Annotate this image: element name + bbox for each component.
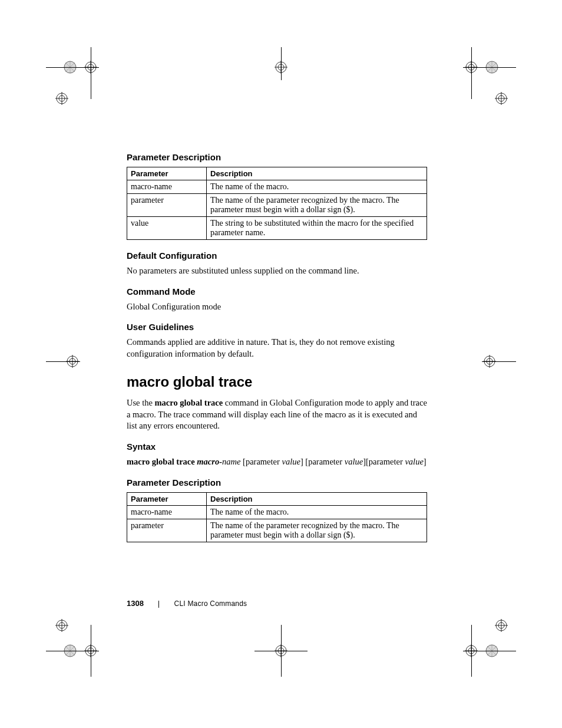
table-row: macro-name The name of the macro. — [127, 180, 427, 194]
table-cell: The name of the parameter recognized by … — [207, 194, 427, 217]
registration-mark-icon — [84, 61, 97, 74]
corner-mark-icon — [485, 644, 498, 657]
crop-line — [463, 67, 516, 68]
crop-line — [254, 651, 308, 651]
table-cell: parameter — [127, 519, 207, 542]
crop-line — [463, 651, 516, 651]
syntax-keyword: macro global trace — [127, 457, 197, 466]
table-cell: value — [127, 217, 207, 240]
crop-line — [471, 47, 472, 99]
table-header-row: Parameter Description — [127, 167, 427, 180]
crop-line — [46, 651, 99, 651]
syntax-param: name — [222, 457, 240, 466]
chapter-name: CLI Macro Commands — [174, 599, 247, 608]
registration-mark-icon — [55, 92, 68, 105]
parameter-table-2: Parameter Description macro-name The nam… — [127, 492, 427, 542]
table-cell: The name of the parameter recognized by … — [207, 519, 427, 542]
syntax-param: value — [345, 457, 363, 466]
syntax-text: [parameter — [240, 457, 282, 466]
registration-mark-icon — [84, 644, 97, 657]
heading-command-mode: Command Mode — [127, 286, 427, 297]
syntax-param: macro- — [197, 457, 222, 466]
registration-mark-icon — [495, 619, 508, 632]
table-cell: The name of the macro. — [207, 505, 427, 519]
crop-line — [91, 625, 91, 677]
crop-line — [281, 625, 282, 677]
registration-mark-icon — [495, 92, 508, 105]
heading-parameter-description-2: Parameter Description — [127, 477, 427, 487]
table-header: Parameter — [127, 492, 207, 505]
table-cell: macro-name — [127, 180, 207, 194]
heading-syntax: Syntax — [127, 442, 427, 452]
crop-line — [281, 47, 282, 80]
table-header-row: Parameter Description — [127, 492, 427, 505]
registration-mark-icon — [55, 619, 68, 632]
table-header: Description — [207, 167, 427, 180]
table-cell: macro-name — [127, 505, 207, 519]
registration-mark-icon — [66, 355, 79, 368]
table-row: macro-name The name of the macro. — [127, 505, 427, 519]
crop-line — [471, 625, 472, 677]
body-text: Use the macro global trace command in Gl… — [127, 397, 427, 432]
heading-user-guidelines: User Guidelines — [127, 322, 427, 332]
heading-default-configuration: Default Configuration — [127, 251, 427, 261]
syntax-param: value — [282, 457, 300, 466]
syntax-param: value — [405, 457, 423, 466]
table-header: Description — [207, 492, 427, 505]
body-text: Global Configuration mode — [127, 301, 427, 313]
text: Use the — [127, 398, 155, 407]
corner-mark-icon — [64, 61, 77, 74]
table-cell: The string to be substituted within the … — [207, 217, 427, 240]
registration-mark-icon — [465, 61, 478, 74]
body-text: No parameters are substituted unless sup… — [127, 265, 427, 277]
syntax-text: ][parameter — [363, 457, 405, 466]
table-cell: parameter — [127, 194, 207, 217]
table-row: parameter The name of the parameter reco… — [127, 519, 427, 542]
registration-mark-icon — [465, 644, 478, 657]
table-row: parameter The name of the parameter reco… — [127, 194, 427, 217]
syntax-text: ] — [424, 457, 427, 466]
command-name-inline: macro global trace — [155, 398, 223, 407]
crop-line — [46, 67, 99, 68]
table-cell: The name of the macro. — [207, 180, 427, 194]
table-row: value The string to be substituted withi… — [127, 217, 427, 240]
registration-mark-icon — [483, 355, 496, 368]
syntax-text: ] [parameter — [300, 457, 345, 466]
parameter-table-1: Parameter Description macro-name The nam… — [127, 167, 427, 240]
crop-line — [91, 47, 91, 99]
corner-mark-icon — [64, 644, 77, 657]
registration-mark-icon — [275, 61, 287, 74]
page-content: Parameter Description Parameter Descript… — [127, 152, 427, 553]
corner-mark-icon — [485, 61, 498, 74]
table-header: Parameter — [127, 167, 207, 180]
footer-divider — [158, 601, 159, 608]
registration-mark-icon — [275, 644, 287, 657]
heading-parameter-description: Parameter Description — [127, 152, 427, 162]
crop-line — [46, 361, 80, 362]
syntax-text: macro global trace macro-name [parameter… — [127, 456, 427, 468]
body-text: Commands applied are additive in nature.… — [127, 337, 427, 360]
page-footer: 1308 CLI Macro Commands — [127, 599, 247, 608]
crop-line — [482, 361, 516, 362]
page-number: 1308 — [127, 599, 144, 608]
command-title: macro global trace — [127, 374, 427, 390]
